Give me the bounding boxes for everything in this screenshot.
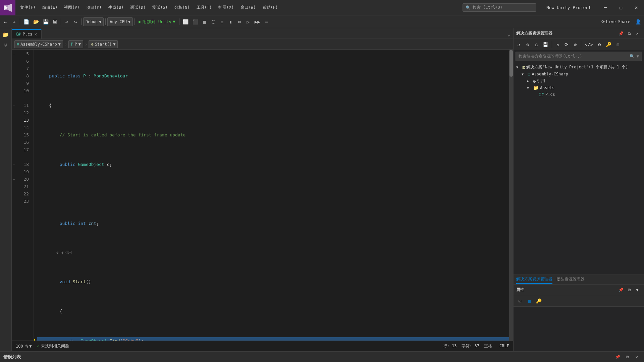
menu-extensions[interactable]: 扩展(X) (215, 0, 237, 15)
menu-build[interactable]: 生成(B) (105, 0, 127, 15)
tb-extra-7[interactable]: ⊕ (235, 17, 244, 26)
se-refresh2-button[interactable]: ⟳ (562, 40, 571, 49)
method-dropdown[interactable]: ⚙ Start() ▼ (89, 40, 118, 48)
se-add-button[interactable]: ⊕ (571, 40, 579, 49)
el-close-button[interactable]: ✕ (633, 353, 641, 361)
menu-test[interactable]: 测试(S) (149, 0, 171, 15)
error-status: ✓ 未找到相关问题 (37, 343, 69, 349)
tb-extra-10[interactable]: ⋯ (263, 17, 271, 26)
menu-file[interactable]: 文件(F) (17, 0, 39, 15)
search-box[interactable]: 🔍 搜索 (Ctrl+Q) (463, 3, 536, 12)
tab-overflow-button[interactable]: ⌄ (504, 29, 513, 39)
back-button[interactable]: ← (1, 17, 9, 26)
tb-extra-1[interactable]: ⬜ (181, 17, 190, 26)
prop-sort-icon[interactable]: ▦ (526, 297, 533, 305)
se-collapse-all-button[interactable]: ⊟ (614, 40, 622, 49)
se-search-icon[interactable]: 🔍 (630, 54, 635, 59)
platform-dropdown[interactable]: Any CPU ▼ (107, 17, 133, 26)
tree-pcs[interactable]: C# P.cs (514, 91, 644, 98)
new-project-button[interactable]: 📄 (22, 17, 31, 26)
se-collapse-button[interactable]: ⊖ (524, 40, 532, 49)
fold-18[interactable]: ─ (12, 161, 16, 168)
fold-20[interactable]: ─ (12, 176, 16, 183)
tb-extra-3[interactable]: ▦ (201, 17, 209, 26)
el-float-button[interactable]: ⧉ (623, 353, 631, 361)
menu-edit[interactable]: 编辑(E) (39, 0, 61, 15)
tab-pcs[interactable]: C# P.cs × (12, 29, 42, 39)
tb-extra-2[interactable]: ⬛ (191, 17, 200, 26)
tb-extra-9[interactable]: ▶▶ (253, 17, 262, 26)
lightbulb-icon[interactable]: 💡 (34, 337, 36, 341)
save-button[interactable]: 🖫 (51, 17, 59, 26)
tb-extra-4[interactable]: ⬡ (209, 17, 217, 26)
save-all-button[interactable]: 💾 (41, 17, 50, 26)
el-pin-button[interactable]: 📌 (613, 353, 622, 361)
assembly-dropdown[interactable]: ⊞ Assembly-CSharp ▼ (14, 40, 63, 48)
se-tab-team[interactable]: 团队资源管理器 (556, 275, 585, 284)
solution-explorer-icon[interactable]: 📁 (1, 29, 11, 40)
account-button[interactable]: 👤 (634, 17, 643, 26)
editor-scrollbar[interactable] (509, 50, 513, 341)
prop-key-icon[interactable]: 🔑 (535, 297, 542, 305)
menu-help[interactable]: 帮助(H) (259, 0, 281, 15)
tb-extra-6[interactable]: ↨ (227, 17, 235, 26)
redo-button[interactable]: ↪ (71, 17, 79, 26)
code-content[interactable]: public class P : MonoBehaviour { // Star… (34, 50, 509, 341)
zoom-status[interactable]: 100 % ▼ (16, 344, 32, 349)
linenum-23: 23 (16, 198, 31, 205)
se-close-button[interactable]: ✕ (633, 29, 641, 38)
method-label: Start() (95, 42, 112, 47)
git-icon[interactable]: ⑂ (1, 40, 11, 50)
menu-analyze[interactable]: 分析(N) (171, 0, 193, 15)
prop-float-button[interactable]: ⧉ (625, 286, 633, 294)
assembly-label: Assembly-CSharp (20, 42, 57, 47)
se-float-button[interactable]: ⧉ (625, 29, 633, 38)
debug-config-dropdown[interactable]: Debug ▼ (83, 17, 104, 26)
menu-window[interactable]: 窗口(W) (237, 0, 259, 15)
open-button[interactable]: 📂 (32, 17, 41, 26)
maximize-button[interactable]: ☐ (613, 0, 629, 15)
se-key-button[interactable]: 🔑 (604, 40, 613, 49)
se-save-button[interactable]: 💾 (541, 40, 550, 49)
undo-button[interactable]: ↩ (63, 17, 71, 26)
tree-solution[interactable]: ▼ ⊡ 解决方案"New Unity Project"(1 个项目/共 1 个) (514, 64, 644, 71)
tb-sep-5 (135, 18, 135, 25)
menu-debug[interactable]: 调试(D) (127, 0, 149, 15)
fold-5[interactable]: ─ (12, 50, 16, 58)
scroll-thumb[interactable] (509, 50, 513, 77)
vs-logo (0, 0, 15, 15)
fold-22 (12, 190, 16, 198)
prop-list-icon[interactable]: ⊡ (516, 297, 524, 305)
se-refresh-button[interactable]: ↻ (554, 40, 562, 49)
minimize-button[interactable]: ─ (598, 0, 613, 15)
tb-extra-5[interactable]: ≡ (218, 17, 226, 26)
menu-view[interactable]: 视图(V) (61, 0, 83, 15)
liveshare-button[interactable]: ⟳ Live Share (599, 18, 633, 25)
prop-close-button[interactable]: ▼ (633, 286, 641, 294)
tree-assets[interactable]: ▼ 📁 Assets (514, 84, 644, 91)
status-bar: 100 % ▼ ✓ 未找到相关问题 行: 13 字符: 37 空格 CRLF (12, 341, 513, 351)
se-search-arrow[interactable]: ▼ (637, 54, 639, 59)
attach-label: 附加到 Unity (143, 19, 171, 25)
se-pin-button[interactable]: 📌 (617, 29, 625, 38)
prop-title: 属性 (516, 287, 617, 293)
tb-extra-8[interactable]: ▷ (244, 17, 252, 26)
close-button[interactable]: ✕ (629, 0, 644, 15)
se-sync-button[interactable]: ↺ (515, 40, 523, 49)
menu-project[interactable]: 项目(P) (83, 0, 105, 15)
tb-sep-3 (81, 18, 82, 25)
class-dropdown[interactable]: P P ▼ (68, 40, 83, 48)
se-tab-solution[interactable]: 解决方案资源管理器 (516, 275, 552, 284)
se-home-button[interactable]: ⌂ (532, 40, 540, 49)
code-line-5: public class P : MonoBehaviour (37, 72, 509, 80)
attach-unity-button[interactable]: ▶ 附加到 Unity ▼ (137, 17, 177, 26)
tree-refs[interactable]: ▶ ⚙ 引用 (514, 77, 644, 84)
prop-pin-button[interactable]: 📌 (617, 286, 625, 294)
menu-tools[interactable]: 工具(T) (193, 0, 215, 15)
tree-assembly[interactable]: ▼ ⊡ Assembly-CSharp (514, 71, 644, 77)
fold-11[interactable]: ─ (12, 102, 16, 109)
forward-button[interactable]: → (10, 17, 18, 26)
se-settings-button[interactable]: ⚙ (595, 40, 603, 49)
tab-close-button[interactable]: × (34, 32, 37, 37)
se-code-button[interactable]: </> (583, 40, 595, 49)
